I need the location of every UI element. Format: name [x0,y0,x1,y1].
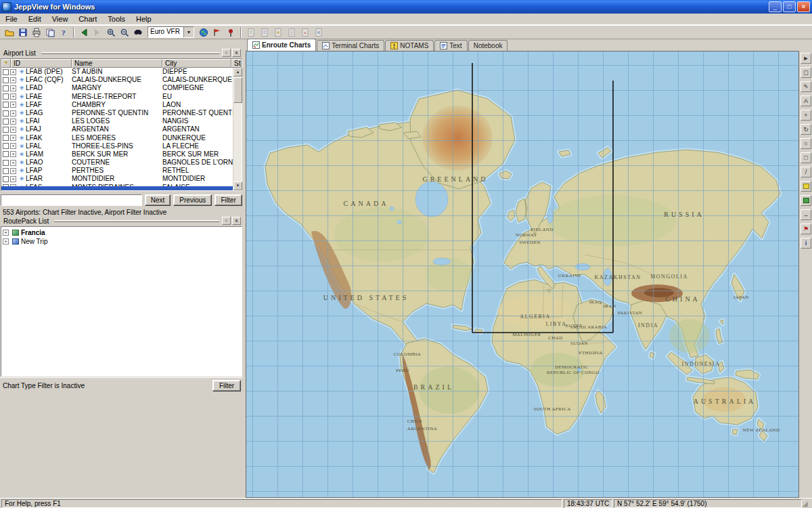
row-expander[interactable]: + [10,69,16,75]
find-button[interactable] [131,26,145,39]
row-checkbox[interactable] [3,69,9,75]
tab-text[interactable]: Text [434,40,467,51]
rotate-tool[interactable]: ↻ [800,124,811,135]
table-row[interactable]: +✳LFAILES LOGESNANGIS [1,117,233,125]
line-tool[interactable]: / [800,167,811,177]
airport-filter-button[interactable]: Filter [215,194,242,206]
table-row[interactable]: +✳LFAMBERCK SUR MERBERCK SUR MER [1,150,233,158]
row-expander[interactable]: + [10,143,16,149]
row-checkbox[interactable] [3,110,9,117]
table-row[interactable]: +✳LFARMONTDIDIERMONTDIDIER [1,175,233,183]
row-checkbox[interactable] [3,127,9,133]
panel-close-button[interactable]: x [232,217,241,225]
tab-notebook[interactable]: Notebook [468,40,508,51]
table-row[interactable]: +✳LFAGPERONNE-ST QUENTINPERONNE-ST QUENT… [1,109,233,117]
row-expander[interactable]: + [10,168,16,174]
row-checkbox[interactable] [3,119,9,125]
panel-close-button[interactable]: x [232,49,241,57]
zoom-in-button[interactable] [104,26,118,39]
menu-view[interactable]: View [47,14,74,24]
minimize-button[interactable]: _ [769,1,782,12]
row-expander[interactable]: + [10,160,16,166]
table-row[interactable]: +✳LFAJARGENTANARGENTAN [1,125,233,133]
menu-help[interactable]: Help [131,14,157,24]
chart-theme-select[interactable]: Euro VFR ▼ [148,26,194,38]
airport-search-input[interactable] [1,194,142,206]
pointer-tool[interactable]: ► [800,53,811,64]
row-expander[interactable]: + [10,93,16,100]
row-checkbox[interactable] [3,151,9,157]
table-row[interactable]: +✳LFAPPERTHESRETHEL [1,167,233,175]
save-button[interactable] [16,26,30,39]
forward-button[interactable] [91,26,104,39]
zoom-window-tool[interactable]: ◻ [800,67,811,78]
rectangle-tool[interactable]: □ [800,152,811,163]
panel-gripper[interactable] [54,220,219,222]
column-header-id[interactable]: ID [11,59,72,68]
close-button[interactable]: ✕ [797,1,810,12]
text-tool[interactable]: A [800,96,811,106]
open-button[interactable] [3,26,16,39]
table-row[interactable]: +✳LFALTHOREE-LES-PINSLA FLECHE [1,142,233,150]
resize-grip[interactable]: ◢ [803,499,812,508]
row-checkbox[interactable] [3,176,9,182]
tree-expander[interactable]: + [3,238,9,245]
tab-terminal-charts[interactable]: Terminal Charts [317,40,384,51]
zoom-out-button[interactable] [118,26,131,39]
chart-page-button-2[interactable] [258,26,271,39]
column-header-name[interactable]: Name [72,59,162,68]
favorite-column-header[interactable]: ✦ [1,59,11,68]
row-expander[interactable]: + [10,151,16,157]
chart-page-button-4[interactable] [285,26,298,39]
selected-row-highlight[interactable] [1,186,233,190]
table-row[interactable]: +✳LFAEMERS-LE-TREPORTEU [1,93,233,101]
row-checkbox[interactable] [3,168,9,174]
airport-list-scrollbar[interactable]: ▲ ▼ [233,68,242,190]
menu-chart[interactable]: Chart [73,14,102,24]
chart-page-button-5[interactable] [298,26,312,39]
info-tool[interactable]: i [800,238,811,249]
menu-tools[interactable]: Tools [102,14,131,24]
row-expander[interactable]: + [10,176,16,182]
back-button[interactable] [77,26,91,39]
pan-tool[interactable]: + [800,110,811,121]
row-expander[interactable]: + [10,85,16,91]
scroll-up-button[interactable]: ▲ [233,68,242,77]
table-row[interactable]: +✳LFAFCHAMBRYLAON [1,101,233,109]
table-row[interactable]: +✳LFAKLES MOERESDUNKERQUE [1,134,233,142]
routepack-item-francia[interactable]: + Francia [3,228,242,237]
print-button[interactable] [30,26,43,39]
chevron-down-icon[interactable]: ▼ [183,27,194,37]
table-row[interactable]: +✳LFADMARGNYCOMPIEGNE [1,84,233,92]
chart-page-button-3[interactable] [271,26,285,39]
row-expander[interactable]: + [10,135,16,141]
pushpin-button[interactable] [224,26,238,39]
row-expander[interactable]: + [10,119,16,125]
flag-tool[interactable]: ⚑ [800,224,811,234]
table-row[interactable]: +✳LFAC (CQF)CALAIS-DUNKERQUECALAIS-DUNKE… [1,76,233,84]
scroll-down-button[interactable]: ▼ [233,182,242,190]
highlighter-tool[interactable] [800,181,811,192]
world-map[interactable]: GREENLAND CANADA RUSSIA FINLAND NORWAY S… [246,51,799,498]
row-expander[interactable]: + [10,110,16,117]
menu-edit[interactable]: Edit [23,14,47,24]
tab-enroute-charts[interactable]: Enroute Charts [247,39,316,51]
row-expander[interactable]: + [10,77,16,83]
row-checkbox[interactable] [3,135,9,141]
row-expander[interactable]: + [10,127,16,133]
world-view-button[interactable] [197,26,210,39]
panel-float-button[interactable]: ▫ [222,49,231,57]
next-button[interactable]: Next [145,194,171,206]
route-button[interactable] [210,26,224,39]
table-row[interactable]: +✳LFAB (DPE)ST AUBINDIEPPE [1,68,233,76]
previous-button[interactable]: Previous [173,194,212,206]
measure-tool[interactable]: ↔ [800,209,811,220]
column-header-city[interactable]: City [162,59,231,68]
routepack-item-new-trip[interactable]: + New Trip [3,237,242,246]
table-row[interactable]: +✳LFAOCOUTERNEBAGNOLES DE L'ORNE [1,158,233,167]
circle-tool[interactable]: ○ [800,138,811,149]
chart-page-button-1[interactable] [244,26,258,39]
row-checkbox[interactable] [3,143,9,149]
row-expander[interactable]: + [10,102,16,108]
row-checkbox[interactable] [3,102,9,108]
